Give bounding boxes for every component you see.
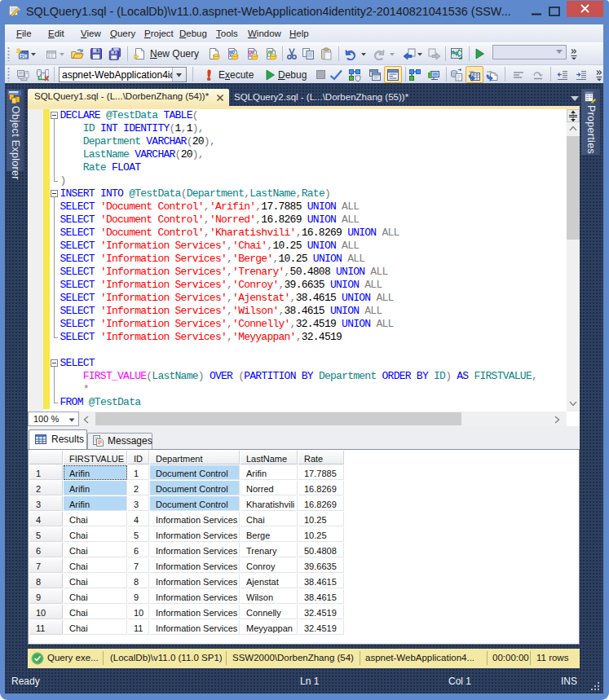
svg-text:101: 101 (487, 70, 493, 73)
svg-text:101: 101 (469, 70, 475, 73)
